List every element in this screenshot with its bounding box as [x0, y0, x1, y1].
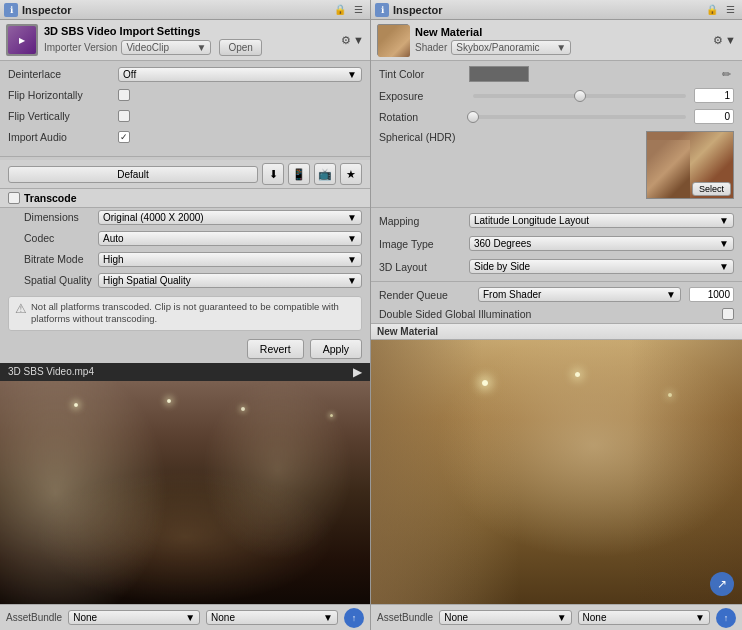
tint-controls: ✏ [469, 66, 734, 82]
material-icon [377, 24, 409, 56]
left-inspector-header: ▶ 3D SBS Video Import Settings Importer … [0, 20, 370, 61]
layout-select[interactable]: Side by Side ▼ [469, 259, 734, 274]
layout-label: 3D Layout [379, 261, 469, 273]
spatial-select[interactable]: High Spatial Quality ▼ [98, 273, 362, 288]
bitrate-label: Bitrate Mode [8, 253, 98, 265]
right-bundle-select2[interactable]: None ▼ [578, 610, 710, 625]
default-platform-btn[interactable]: Default [8, 166, 258, 183]
right-lock-icon[interactable]: 🔒 [704, 2, 720, 18]
deinterlace-select[interactable]: Off ▼ [118, 67, 362, 82]
left-bundle-select2[interactable]: None ▼ [206, 610, 338, 625]
rotation-input[interactable] [694, 109, 734, 124]
exposure-controls [469, 88, 734, 103]
tint-color-row: Tint Color ✏ [371, 63, 742, 85]
material-preview-area: ↗ [371, 340, 742, 604]
left-lock-icon[interactable]: 🔒 [332, 2, 348, 18]
right-more-icon[interactable]: ▼ [725, 34, 736, 46]
material-preview-section: New Material ↗ AssetBundle None ▼ None ▼ [371, 323, 742, 630]
import-audio-checkbox[interactable] [118, 131, 130, 143]
shader-label: Shader [415, 42, 447, 53]
inset-button[interactable]: ↗ [710, 572, 734, 596]
left-titlebar: ℹ Inspector 🔒 ☰ [0, 0, 370, 20]
double-sided-label: Double Sided Global Illumination [379, 308, 722, 320]
mapping-label: Mapping [379, 215, 469, 227]
right-info-icon: ℹ [375, 3, 389, 17]
right-fields-section: Tint Color ✏ Exposure Rotation [371, 61, 742, 205]
material-preview-header: New Material [371, 324, 742, 340]
tv-icon[interactable]: 📺 [314, 163, 336, 185]
exposure-row: Exposure [371, 85, 742, 106]
exposure-slider[interactable] [473, 94, 686, 98]
flip-v-label: Flip Vertically [8, 110, 118, 122]
pencil-icon[interactable]: ✏ [718, 66, 734, 82]
material-title: New Material [415, 26, 713, 38]
render-queue-select[interactable]: From Shader ▼ [478, 287, 681, 302]
play-icon[interactable]: ▶ [353, 365, 362, 379]
shader-row: Shader Skybox/Panoramic ▼ [415, 40, 713, 55]
rotation-label: Rotation [379, 111, 469, 123]
import-audio-label: Import Audio [8, 131, 118, 143]
shader-select[interactable]: Skybox/Panoramic ▼ [451, 40, 571, 55]
left-asset-icon: ▶ [6, 24, 38, 56]
video-preview [0, 381, 370, 604]
revert-button[interactable]: Revert [247, 339, 304, 359]
codec-label: Codec [8, 232, 98, 244]
render-queue-row: Render Queue From Shader ▼ [371, 284, 742, 305]
codec-select[interactable]: Auto ▼ [98, 231, 362, 246]
double-sided-row: Double Sided Global Illumination [371, 305, 742, 323]
texture-select-btn[interactable]: Select [692, 182, 731, 196]
spherical-section: Spherical (HDR) Select [371, 127, 742, 203]
left-asset-title: 3D SBS Video Import Settings [44, 25, 341, 37]
tint-color-swatch[interactable] [469, 66, 529, 82]
flip-v-checkbox[interactable] [118, 110, 130, 122]
dimensions-select[interactable]: Original (4000 X 2000) ▼ [98, 210, 362, 225]
left-info-icon: ℹ [4, 3, 18, 17]
video-title: 3D SBS Video.mp4 [8, 366, 94, 377]
flip-h-label: Flip Horizontally [8, 89, 118, 101]
left-cloud-icon[interactable]: ↑ [344, 608, 364, 628]
transcode-checkbox[interactable] [8, 192, 20, 204]
bitrate-select[interactable]: High ▼ [98, 252, 362, 267]
right-titlebar: ℹ Inspector 🔒 ☰ [371, 0, 742, 20]
texture-preview: Select [646, 131, 734, 199]
left-importer-select[interactable]: VideoClip ▼ [121, 40, 211, 55]
flip-h-checkbox[interactable] [118, 89, 130, 101]
spatial-row: Spatial Quality High Spatial Quality ▼ [0, 271, 370, 289]
warning-icon: ⚠ [15, 301, 27, 316]
left-fields-section: Deinterlace Off ▼ Flip Horizontally Flip… [0, 61, 370, 153]
tint-color-label: Tint Color [379, 68, 469, 80]
image-type-row: Image Type 360 Degrees ▼ [371, 233, 742, 254]
rotation-row: Rotation [371, 106, 742, 127]
right-gear-icon[interactable]: ⚙ [713, 34, 723, 47]
right-bundle-select1[interactable]: None ▼ [439, 610, 571, 625]
star-icon[interactable]: ★ [340, 163, 362, 185]
left-menu-icon[interactable]: ☰ [350, 2, 366, 18]
open-button[interactable]: Open [219, 39, 261, 56]
apply-button[interactable]: Apply [310, 339, 362, 359]
right-menu-icon[interactable]: ☰ [722, 2, 738, 18]
material-pano [371, 340, 742, 604]
left-more-icon[interactable]: ▼ [353, 34, 364, 46]
right-inspector-header: New Material Shader Skybox/Panoramic ▼ ⚙… [371, 20, 742, 61]
download-icon[interactable]: ⬇ [262, 163, 284, 185]
mapping-select[interactable]: Latitude Longitude Layout ▼ [469, 213, 734, 228]
left-bundle-label: AssetBundle [6, 612, 62, 623]
flip-v-row: Flip Vertically [8, 107, 362, 125]
right-cloud-icon[interactable]: ↑ [716, 608, 736, 628]
left-gear-icon[interactable]: ⚙ [341, 34, 351, 47]
right-panel-title: Inspector [393, 4, 443, 16]
deinterlace-label: Deinterlace [8, 68, 118, 80]
render-queue-input[interactable] [689, 287, 734, 302]
dimensions-row: Dimensions Original (4000 X 2000) ▼ [0, 208, 370, 226]
image-type-select[interactable]: 360 Degrees ▼ [469, 236, 734, 251]
left-importer-label: Importer Version [44, 42, 117, 53]
left-bundle-select1[interactable]: None ▼ [68, 610, 200, 625]
spherical-label: Spherical (HDR) [379, 131, 455, 199]
platform-toolbar: Default ⬇ 📱 📺 ★ [0, 160, 370, 188]
video-bar: 3D SBS Video.mp4 ▶ [0, 363, 370, 381]
double-sided-checkbox[interactable] [722, 308, 734, 320]
rotation-slider[interactable] [473, 115, 686, 119]
left-importer-row: Importer Version VideoClip ▼ Open [44, 39, 341, 56]
exposure-input[interactable] [694, 88, 734, 103]
phone-icon[interactable]: 📱 [288, 163, 310, 185]
